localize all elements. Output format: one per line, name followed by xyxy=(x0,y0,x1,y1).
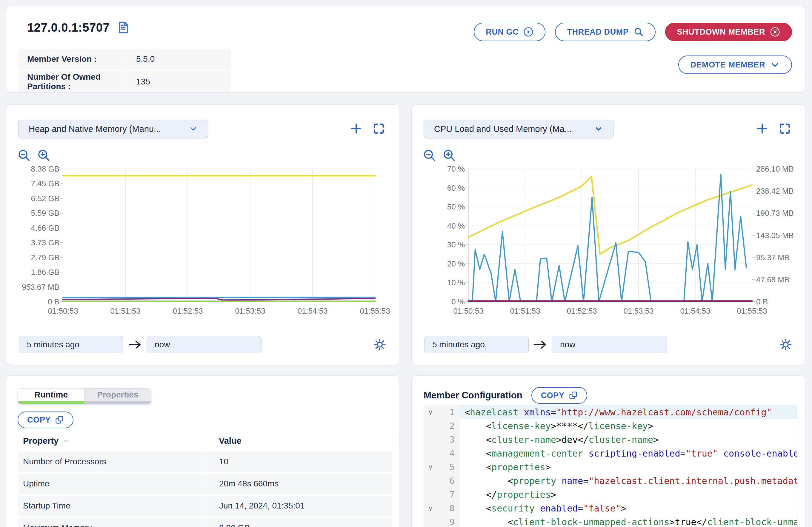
sort-ascending-icon xyxy=(62,438,69,445)
add-chart-icon[interactable] xyxy=(350,122,363,135)
config-title: Member Configuration xyxy=(424,390,522,401)
code-line: 3 <cluster-name>dev</cluster-name> xyxy=(424,433,797,447)
document-icon[interactable] xyxy=(116,20,130,34)
metric-selector-value: Heap and Native Memory (Manu... xyxy=(29,124,161,134)
series-yellow-used-memory xyxy=(468,176,752,254)
copy-icon xyxy=(55,415,64,424)
time-range-from-input[interactable]: 5 minutes ago xyxy=(19,336,123,353)
thread-dump-button[interactable]: THREAD DUMP xyxy=(555,23,655,41)
heap-memory-chart xyxy=(63,169,375,302)
arrow-right-icon xyxy=(128,340,142,350)
time-range-from-input[interactable]: 5 minutes ago xyxy=(424,336,529,353)
y-axis-label: 4.66 GB xyxy=(31,223,59,233)
fullscreen-icon[interactable] xyxy=(372,122,386,135)
runtime-tabs: Runtime Properties xyxy=(18,388,151,404)
series-blue-committed xyxy=(63,297,375,297)
demote-member-label: DEMOTE MEMBER xyxy=(690,60,765,70)
y-axis-label: 20 % xyxy=(447,259,465,268)
y-axis-right-label: 238.42 MB xyxy=(756,187,794,196)
chevron-down-icon xyxy=(770,60,780,70)
value-cell: 10 xyxy=(206,452,392,472)
y-axis-label: 10 % xyxy=(447,278,465,287)
line-number: 8 xyxy=(450,503,459,513)
line-number: 4 xyxy=(450,448,459,458)
gear-icon[interactable] xyxy=(373,338,387,352)
shutdown-member-button[interactable]: SHUTDOWN MEMBER xyxy=(665,23,792,41)
y-axis-label: 2.79 GB xyxy=(31,253,59,262)
config-code-editor: ∨1<hazelcast xmlns="http://www.hazelcast… xyxy=(424,405,797,527)
y-axis-labels: 8.38 GB7.45 GB6.52 GB5.59 GB4.66 GB3.73 … xyxy=(6,169,59,302)
x-axis-label: 01:55:53 xyxy=(360,306,390,316)
table-row: Uptime20m 48s 660ms xyxy=(18,473,392,494)
run-gc-button[interactable]: RUN GC xyxy=(474,23,546,41)
value-cell: 20m 48s 660ms xyxy=(206,473,392,494)
x-axis-label: 01:51:53 xyxy=(110,306,140,316)
y-axis-label: 0 % xyxy=(451,297,465,306)
property-cell: Uptime xyxy=(18,473,206,494)
copy-label: COPY xyxy=(541,391,565,400)
shutdown-member-label: SHUTDOWN MEMBER xyxy=(677,27,765,37)
x-axis-label: 01:55:53 xyxy=(737,306,767,316)
line-number: 5 xyxy=(450,462,459,472)
fold-toggle-icon[interactable]: ∨ xyxy=(427,504,434,512)
summary-value: 5.5.0 xyxy=(126,49,231,70)
y-axis-label: 953.67 MB xyxy=(22,282,59,292)
code-line: 4 <management-center scripting-enabled="… xyxy=(424,447,797,460)
zoom-out-icon[interactable] xyxy=(17,148,31,162)
metric-selector-dropdown[interactable]: CPU Load and Used Memory (Ma... xyxy=(424,120,613,138)
line-number: 3 xyxy=(450,435,459,445)
chevron-down-icon xyxy=(594,125,603,133)
cpu-memory-chart-card: CPU Load and Used Memory (Ma... 70 %60 %… xyxy=(411,104,806,365)
y-axis-labels: 70 %60 %50 %40 %30 %20 %10 %0 % xyxy=(412,169,465,302)
x-circle-icon xyxy=(770,27,780,37)
code-line: ∨5 <properties> xyxy=(424,460,797,474)
runtime-table-header: Property Value xyxy=(18,434,392,450)
y-axis-label: 6.52 GB xyxy=(31,194,59,203)
zoom-in-icon[interactable] xyxy=(37,148,50,162)
line-number: 6 xyxy=(450,476,459,486)
summary-value: 135 xyxy=(126,71,231,92)
line-number: 2 xyxy=(450,421,459,431)
y-axis-label: 1.86 GB xyxy=(31,268,59,277)
value-cell: Jun 14, 2024, 01:35:01 xyxy=(206,496,392,516)
x-axis-label: 01:54:53 xyxy=(298,306,328,316)
x-axis-labels: 01:50:5301:51:5301:52:5301:53:5301:54:53… xyxy=(63,306,375,317)
summary-label: Number Of Owned Partitions : xyxy=(19,71,126,92)
summary-label: Member Version : xyxy=(19,49,126,70)
config-code-lines: ∨1<hazelcast xmlns="http://www.hazelcast… xyxy=(424,405,797,527)
add-chart-icon[interactable] xyxy=(756,122,769,135)
y-axis-label: 60 % xyxy=(447,183,465,192)
tab-runtime[interactable]: Runtime xyxy=(18,389,85,404)
time-range-to-input[interactable]: now xyxy=(147,336,261,353)
member-configuration-card: Member Configuration COPY ∨1<hazelcast x… xyxy=(411,376,806,527)
time-range-to-input[interactable]: now xyxy=(552,336,667,353)
x-axis-label: 01:52:53 xyxy=(173,306,203,316)
y-axis-label: 7.45 GB xyxy=(31,179,59,188)
fullscreen-icon[interactable] xyxy=(778,122,792,135)
y-axis-right-label: 286.10 MB xyxy=(756,164,794,174)
zoom-in-icon[interactable] xyxy=(442,148,456,162)
runtime-card: Runtime Properties COPY Property Value N… xyxy=(6,376,400,527)
y-axis-right-label: 47.68 MB xyxy=(756,275,789,284)
gear-icon[interactable] xyxy=(779,338,793,352)
runtime-copy-button[interactable]: COPY xyxy=(18,411,73,428)
config-copy-button[interactable]: COPY xyxy=(532,387,587,404)
property-cell: Number of Processors xyxy=(18,452,206,472)
demote-member-button[interactable]: DEMOTE MEMBER xyxy=(678,56,792,74)
code-line: ∨1<hazelcast xmlns="http://www.hazelcast… xyxy=(424,405,797,419)
fold-toggle-icon[interactable]: ∨ xyxy=(427,409,434,416)
value-cell: 8.00 GB xyxy=(206,518,392,527)
tab-properties[interactable]: Properties xyxy=(85,389,151,404)
zoom-out-icon[interactable] xyxy=(422,148,436,162)
thread-dump-label: THREAD DUMP xyxy=(567,27,628,37)
x-axis-labels: 01:50:5301:51:5301:52:5301:53:5301:54:53… xyxy=(468,306,752,317)
runtime-table-body: Number of Processors10Uptime20m 48s 660m… xyxy=(18,452,392,527)
fold-toggle-icon[interactable]: ∨ xyxy=(427,464,434,471)
metric-selector-dropdown[interactable]: Heap and Native Memory (Manu... xyxy=(18,120,208,138)
copy-label: COPY xyxy=(27,415,51,425)
column-header-property[interactable]: Property xyxy=(23,436,69,446)
y-axis-label: 40 % xyxy=(447,221,465,230)
x-axis-label: 01:50:53 xyxy=(453,306,483,316)
heap-memory-chart-card: Heap and Native Memory (Manu... 8.38 GB7… xyxy=(6,104,400,365)
code-line: 7 </properties> xyxy=(424,488,797,501)
